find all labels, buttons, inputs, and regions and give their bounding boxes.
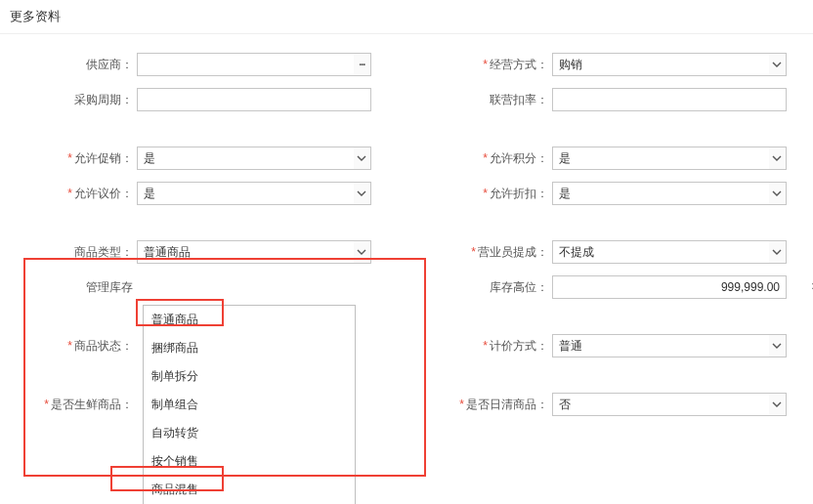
label-purchase-cycle: 采购周期：	[0, 92, 137, 108]
chevron-down-icon	[772, 60, 782, 69]
product-type-dropdown-panel[interactable]: 普通商品 捆绑商品 制单拆分 制单组合 自动转货 按个销售 商品混售	[143, 305, 356, 504]
row-allow-bargain: *允许议价： 是	[0, 181, 371, 206]
allow-points-dropdown-button[interactable]	[769, 147, 787, 170]
label-manage-stock: 管理库存	[0, 279, 137, 296]
pricing-method-dropdown-button[interactable]	[769, 334, 787, 357]
label-daily-clear: *是否日清商品：	[415, 397, 552, 413]
allow-points-select[interactable]: 是	[552, 147, 769, 170]
stock-high-input[interactable]	[552, 275, 787, 299]
row-business-mode: *经营方式： 购销	[415, 52, 787, 77]
allow-bargain-dropdown-button[interactable]	[354, 182, 371, 205]
chevron-down-icon	[772, 247, 782, 257]
product-type-select[interactable]: 普通商品	[137, 240, 354, 264]
row-stock-high: 库存高位：	[415, 274, 787, 300]
product-type-option[interactable]: 按个销售	[144, 447, 355, 476]
sales-commission-select[interactable]: 不提成	[552, 240, 769, 264]
allow-promotion-dropdown-button[interactable]	[354, 147, 371, 170]
row-allow-promotion: *允许促销： 是	[0, 146, 371, 171]
product-type-option[interactable]: 捆绑商品	[144, 334, 355, 362]
row-joint-discount: 联营扣率：	[415, 87, 787, 112]
chevron-down-icon	[357, 153, 366, 163]
product-type-option[interactable]: 商品混售	[144, 476, 355, 504]
product-type-dropdown-button[interactable]	[354, 240, 371, 264]
ellipsis-icon: ···	[359, 59, 364, 70]
label-allow-bargain: *允许议价：	[0, 186, 137, 202]
label-allow-discount: *允许折扣：	[415, 186, 552, 202]
business-mode-dropdown-button[interactable]	[769, 53, 787, 76]
page-title: 更多资料	[0, 0, 813, 34]
allow-discount-dropdown-button[interactable]	[769, 182, 787, 205]
supplier-lookup-button[interactable]: ···	[354, 53, 371, 76]
product-type-option[interactable]: 普通商品	[144, 306, 355, 334]
product-type-option[interactable]: 制单组合	[144, 391, 355, 419]
product-type-option[interactable]: 制单拆分	[144, 362, 355, 391]
pricing-method-select[interactable]: 普通	[552, 334, 769, 357]
row-purchase-cycle: 采购周期：	[0, 87, 371, 112]
label-allow-points: *允许积分：	[415, 150, 552, 167]
chevron-down-icon	[772, 153, 782, 163]
row-pricing-method: *计价方式： 普通	[415, 333, 787, 358]
label-stock-high: 库存高位：	[415, 279, 552, 296]
right-column: *经营方式： 购销 联营扣率： *允许积分： 是	[415, 52, 787, 417]
label-is-fresh: *是否生鲜商品：	[0, 397, 137, 413]
label-joint-discount: 联营扣率：	[415, 92, 552, 108]
label-supplier: 供应商：	[0, 57, 137, 73]
form-area: 供应商： ··· 采购周期： *允许促销： 是	[0, 52, 813, 417]
row-supplier: 供应商： ···	[0, 52, 371, 77]
chevron-down-icon	[357, 189, 366, 198]
purchase-cycle-input[interactable]	[137, 88, 371, 111]
allow-promotion-select[interactable]: 是	[137, 147, 354, 170]
business-mode-select[interactable]: 购销	[552, 53, 769, 76]
allow-discount-select[interactable]: 是	[552, 182, 769, 205]
supplier-input[interactable]	[137, 53, 354, 76]
label-product-status: *商品状态：	[0, 338, 137, 355]
row-manage-stock: 管理库存	[0, 274, 371, 300]
label-product-type: 商品类型：	[0, 244, 137, 261]
label-pricing-method: *计价方式：	[415, 338, 552, 355]
daily-clear-select[interactable]: 否	[552, 393, 769, 416]
row-sales-commission: *营业员提成： 不提成	[415, 239, 787, 265]
allow-bargain-select[interactable]: 是	[137, 182, 354, 205]
chevron-down-icon	[772, 341, 782, 351]
product-type-option[interactable]: 自动转货	[144, 419, 355, 447]
chevron-down-icon	[772, 399, 782, 409]
row-daily-clear: *是否日清商品： 否	[415, 392, 787, 417]
cropped-label-fragment: ：	[807, 277, 813, 294]
label-sales-commission: *营业员提成：	[415, 244, 552, 261]
daily-clear-dropdown-button[interactable]	[769, 393, 787, 416]
row-allow-discount: *允许折扣： 是	[415, 181, 787, 206]
row-allow-points: *允许积分： 是	[415, 146, 787, 171]
sales-commission-dropdown-button[interactable]	[769, 240, 787, 264]
chevron-down-icon	[772, 189, 782, 198]
label-business-mode: *经营方式：	[415, 57, 552, 73]
label-allow-promotion: *允许促销：	[0, 150, 137, 167]
row-product-type: 商品类型： 普通商品	[0, 239, 371, 265]
chevron-down-icon	[357, 247, 366, 257]
joint-discount-input[interactable]	[552, 88, 787, 111]
